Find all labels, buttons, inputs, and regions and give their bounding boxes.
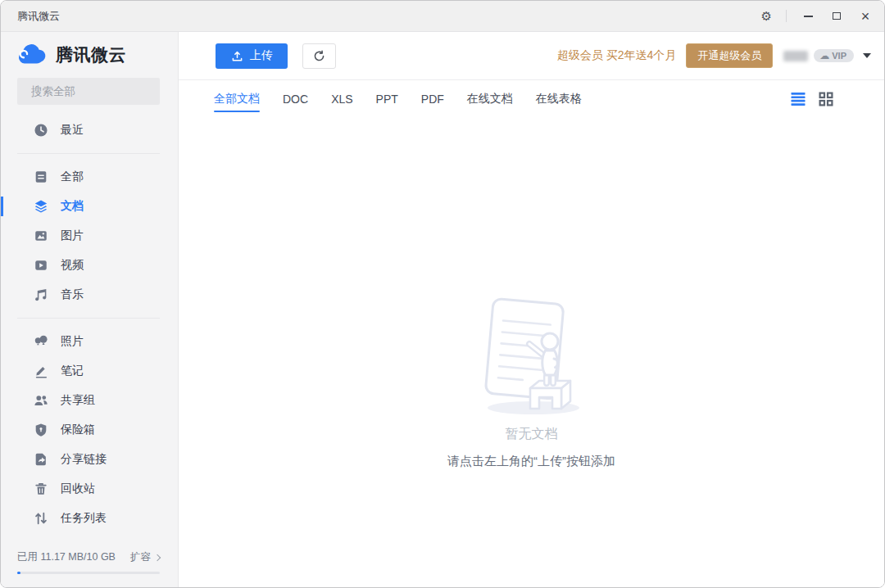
cloud-logo-icon	[16, 43, 48, 66]
sidebar-item-docs[interactable]: 文档	[1, 192, 178, 221]
sidebar-item-label: 共享组	[61, 393, 95, 408]
sidebar-item-label: 音乐	[61, 287, 84, 302]
nav-divider	[17, 318, 160, 319]
sidebar-item-notes[interactable]: 笔记	[1, 356, 178, 386]
titlebar: 腾讯微云 ⚙ ×	[1, 1, 884, 32]
upload-button[interactable]: 上传	[216, 43, 288, 69]
vip-badge-label: VIP	[832, 51, 846, 61]
sidebar-item-label: 回收站	[61, 482, 95, 496]
sidebar-item-recent[interactable]: 最近	[1, 115, 178, 145]
maximize-icon	[833, 12, 841, 20]
refresh-button[interactable]	[302, 43, 336, 69]
layers-icon	[34, 199, 48, 214]
transfer-arrows-icon	[34, 511, 48, 526]
music-icon	[34, 287, 48, 302]
file-icon	[34, 170, 48, 184]
file-list-area: 暂无文档 请点击左上角的“上传”按钮添加	[179, 118, 884, 587]
sidebar-item-images[interactable]: 图片	[1, 221, 178, 251]
grid-view-button[interactable]	[819, 92, 833, 106]
vip-promo-text: 超级会员 买2年送4个月	[557, 48, 676, 63]
user-menu-caret-icon[interactable]	[863, 53, 871, 58]
main-panel: 上传 超级会员 买2年送4个月 开通超级会员 ☁ VIP 全部文档	[179, 32, 884, 587]
balloons-icon	[34, 334, 48, 349]
sidebar-item-safe-box[interactable]: 保险箱	[1, 415, 178, 445]
sidebar-nav: 最近 全部 文档	[1, 105, 178, 550]
sidebar-item-share-links[interactable]: 分享链接	[1, 445, 178, 474]
clock-icon	[34, 123, 48, 138]
minimize-icon	[804, 16, 813, 17]
sidebar-item-label: 全部	[61, 170, 84, 184]
sidebar-item-label: 任务列表	[61, 511, 107, 526]
sidebar-item-videos[interactable]: 视频	[1, 251, 178, 280]
search-input[interactable]	[31, 85, 176, 97]
storage-progress-track	[17, 572, 160, 574]
share-icon	[34, 452, 48, 467]
close-button[interactable]: ×	[858, 9, 873, 24]
logo-text: 腾讯微云	[56, 43, 126, 66]
tab-online-sheets[interactable]: 在线表格	[536, 88, 582, 110]
tab-ppt[interactable]: PPT	[376, 89, 398, 109]
refresh-icon	[312, 49, 326, 63]
window-title: 腾讯微云	[17, 9, 60, 24]
vip-badge: ☁ VIP	[814, 49, 854, 62]
users-icon	[34, 393, 48, 408]
sidebar-item-music[interactable]: 音乐	[1, 280, 178, 310]
close-icon: ×	[861, 9, 870, 24]
sidebar-item-label: 笔记	[61, 364, 84, 378]
app-logo: 腾讯微云	[1, 32, 178, 75]
sidebar-item-task-list[interactable]: 任务列表	[1, 504, 178, 533]
sidebar-item-label: 最近	[61, 123, 84, 138]
sidebar-item-label: 照片	[61, 334, 84, 349]
open-super-vip-button[interactable]: 开通超级会员	[686, 43, 773, 68]
maximize-button[interactable]	[829, 9, 844, 24]
sidebar-item-label: 文档	[61, 199, 84, 214]
tab-all-docs[interactable]: 全部文档	[214, 88, 260, 110]
shield-icon	[34, 423, 48, 437]
username-redacted	[783, 51, 808, 61]
storage-panel: 已用 11.17 MB/10 GB 扩容	[1, 550, 178, 587]
nav-divider	[17, 153, 160, 154]
empty-state-hint: 请点击左上角的“上传”按钮添加	[447, 454, 615, 469]
list-view-icon	[791, 92, 806, 106]
storage-usage-text: 已用 11.17 MB/10 GB	[17, 550, 116, 564]
expand-storage-label: 扩容	[130, 550, 151, 564]
tab-xls[interactable]: XLS	[331, 89, 352, 109]
video-icon	[34, 258, 48, 273]
sidebar: 腾讯微云 最近	[1, 32, 179, 587]
list-view-button[interactable]	[791, 92, 806, 106]
grid-view-icon	[819, 92, 833, 106]
cloud-vip-icon: ☁	[819, 51, 829, 61]
image-icon	[34, 228, 48, 243]
settings-gear-icon[interactable]: ⚙	[761, 10, 772, 22]
toolbar: 上传 超级会员 买2年送4个月 开通超级会员 ☁ VIP	[179, 32, 884, 80]
tab-online-docs[interactable]: 在线文档	[467, 88, 513, 110]
search-box[interactable]	[17, 78, 160, 105]
chevron-right-icon	[154, 554, 161, 560]
sidebar-item-label: 视频	[61, 258, 84, 273]
sidebar-item-label: 分享链接	[61, 452, 107, 467]
sidebar-item-all[interactable]: 全部	[1, 162, 178, 192]
titlebar-divider	[786, 10, 787, 22]
upload-button-label: 上传	[250, 48, 273, 63]
tab-doc[interactable]: DOC	[283, 89, 308, 109]
pen-icon	[34, 364, 48, 378]
sidebar-item-label: 图片	[61, 228, 84, 243]
expand-storage-link[interactable]: 扩容	[130, 550, 160, 564]
minimize-button[interactable]	[801, 9, 815, 24]
storage-progress-fill	[17, 572, 20, 574]
sidebar-item-recycle-bin[interactable]: 回收站	[1, 474, 178, 504]
tabs-bar: 全部文档 DOC XLS PPT PDF 在线文档 在线表格	[179, 80, 884, 118]
empty-state: 暂无文档 请点击左上角的“上传”按钮添加	[447, 296, 615, 469]
empty-docs-illustration	[466, 296, 597, 418]
sidebar-item-photos[interactable]: 照片	[1, 327, 178, 356]
upload-icon	[230, 49, 244, 63]
empty-state-title: 暂无文档	[506, 426, 558, 443]
trash-icon	[34, 482, 48, 496]
tab-pdf[interactable]: PDF	[421, 89, 444, 109]
app-window: 腾讯微云 ⚙ × 腾讯微云	[0, 0, 885, 588]
sidebar-item-shared-groups[interactable]: 共享组	[1, 386, 178, 415]
sidebar-item-label: 保险箱	[61, 423, 95, 437]
